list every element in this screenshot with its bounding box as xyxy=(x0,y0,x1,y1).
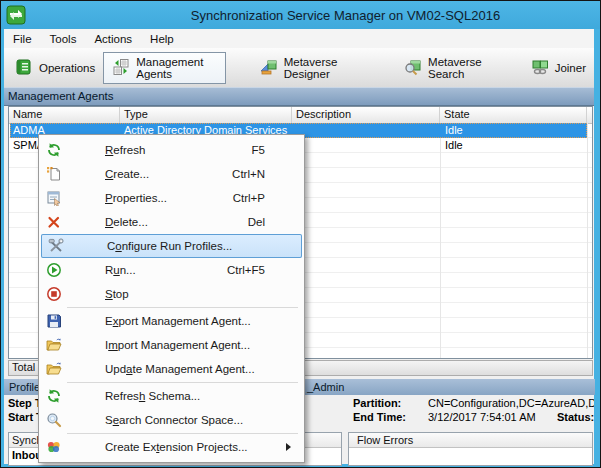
menu-item-export-management-agent[interactable]: Export Management Agent... xyxy=(39,309,304,333)
menu-bar: File Tools Actions Help xyxy=(4,29,594,48)
operations-button[interactable]: Operations xyxy=(7,53,103,83)
section-title-band: Management Agents xyxy=(4,87,594,106)
toolbar: Operations Management Agents Metaverse D… xyxy=(4,48,594,87)
menu-item-refresh[interactable]: Refresh F5 xyxy=(39,138,304,162)
status-label: Status: xyxy=(557,411,595,423)
window-title: Synchronization Service Manager on VM02-… xyxy=(1,8,600,23)
end-time-label: End Time: xyxy=(353,411,406,423)
menu-item-properties[interactable]: Properties... Ctrl+P xyxy=(39,186,304,210)
menu-item-import-management-agent[interactable]: Import Management Agent... xyxy=(39,333,304,357)
operations-icon xyxy=(15,58,33,78)
title-bar[interactable]: Synchronization Service Manager on VM02-… xyxy=(1,1,600,29)
shortcut: F5 xyxy=(252,144,265,156)
list-header: Name Type Description State xyxy=(9,107,592,124)
export-ma-icon xyxy=(46,313,62,329)
column-header-type[interactable]: Type xyxy=(120,107,292,123)
joiner-label: Joiner xyxy=(555,62,586,74)
profile-label-fragment: Profile xyxy=(9,381,40,393)
sync-service-manager-window: Synchronization Service Manager on VM02-… xyxy=(0,0,601,468)
shortcut: Ctrl+N xyxy=(232,168,265,180)
ma-state: Idle xyxy=(445,123,463,138)
column-header-description[interactable]: Description xyxy=(292,107,440,123)
menu-tools[interactable]: Tools xyxy=(41,31,86,47)
joiner-icon xyxy=(531,58,549,78)
management-agents-button[interactable]: Management Agents xyxy=(103,52,225,84)
metaverse-designer-button[interactable]: Metaverse Designer xyxy=(252,53,370,83)
column-header-name[interactable]: Name xyxy=(9,107,120,123)
menu-help[interactable]: Help xyxy=(141,31,183,47)
metaverse-search-icon xyxy=(404,58,422,78)
menu-item-update-management-agent[interactable]: Update Management Agent... xyxy=(39,357,304,381)
end-time-value: 3/12/2017 7:54:01 AM xyxy=(428,411,536,423)
shortcut: Ctrl+F5 xyxy=(227,264,265,276)
menu-item-create[interactable]: Create... Ctrl+N xyxy=(39,162,304,186)
ma-state: Idle xyxy=(445,138,463,153)
column-header-state[interactable]: State xyxy=(440,107,587,123)
partition-value: CN=Configuration,DC=AzureAD,DC= xyxy=(428,397,594,409)
menu-item-stop[interactable]: Stop xyxy=(39,282,304,306)
joiner-button[interactable]: Joiner xyxy=(523,53,594,83)
flow-errors-header: Flow Errors xyxy=(349,433,592,448)
metaverse-designer-label: Metaverse Designer xyxy=(284,56,362,80)
configure-run-profiles-icon xyxy=(48,238,64,254)
refresh-icon xyxy=(46,142,62,158)
menu-item-refresh-schema[interactable]: Refresh Schema... xyxy=(39,384,304,408)
menu-file[interactable]: File xyxy=(4,31,41,47)
step-type-label: Step T xyxy=(8,397,42,409)
grid-line xyxy=(587,123,588,358)
management-agents-icon xyxy=(112,58,130,78)
metaverse-search-label: Metaverse Search xyxy=(428,56,499,80)
context-menu: Refresh F5 Create... Ctrl+N Properties..… xyxy=(38,134,305,463)
menu-actions[interactable]: Actions xyxy=(85,31,141,47)
update-ma-icon xyxy=(46,361,62,377)
column-header-stub xyxy=(587,107,592,123)
properties-icon xyxy=(46,190,62,206)
shortcut: Del xyxy=(248,216,265,228)
metaverse-designer-icon xyxy=(260,58,278,78)
shortcut: Ctrl+P xyxy=(233,192,265,204)
delete-icon xyxy=(46,214,62,230)
menu-item-run[interactable]: Run... Ctrl+F5 xyxy=(39,258,304,282)
submenu-arrow-icon xyxy=(286,443,291,451)
grid-line xyxy=(440,123,441,358)
window-border-right xyxy=(594,29,600,466)
flow-errors-panel[interactable]: Flow Errors xyxy=(348,432,593,466)
menu-item-search-connector-space[interactable]: Search Connector Space... xyxy=(39,408,304,432)
stop-icon xyxy=(46,286,62,302)
refresh-schema-icon xyxy=(46,388,62,404)
operations-label: Operations xyxy=(39,62,95,74)
partition-label: Partition: xyxy=(353,397,401,409)
create-icon xyxy=(46,166,62,182)
import-ma-icon xyxy=(46,337,62,353)
extension-projects-icon xyxy=(46,439,62,455)
run-icon xyxy=(46,262,62,278)
menu-item-delete[interactable]: Delete... Del xyxy=(39,210,304,234)
metaverse-search-button[interactable]: Metaverse Search xyxy=(396,53,507,83)
search-connector-icon xyxy=(46,412,62,428)
menu-item-configure-run-profiles[interactable]: Configure Run Profiles... xyxy=(41,234,302,258)
management-agents-label: Management Agents xyxy=(136,56,216,80)
menu-item-create-extension-projects[interactable]: Create Extension Projects... xyxy=(39,435,304,459)
profile-value-fragment: _Admin xyxy=(307,379,344,395)
